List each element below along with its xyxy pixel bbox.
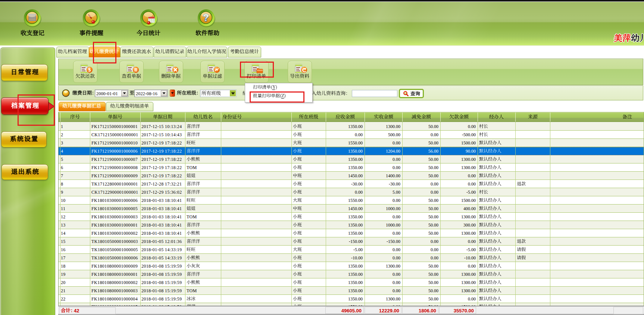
svg-text:$: $	[88, 67, 91, 73]
